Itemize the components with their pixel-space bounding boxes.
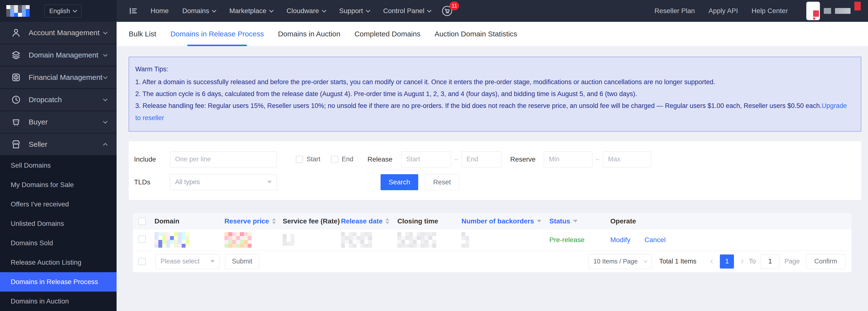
- sidebar-item-domain-management[interactable]: Domain Management: [0, 44, 117, 66]
- tips-line-1: 1. After a domain is successfully releas…: [135, 76, 852, 88]
- goto-label: To: [749, 257, 756, 265]
- goto-page-input[interactable]: [761, 254, 780, 269]
- svg-text:$: $: [15, 75, 17, 79]
- total-items-text: Total 1 Items: [659, 257, 696, 265]
- nav-item-domains[interactable]: Domains: [182, 7, 216, 15]
- top-navigation: Home Domains Marketplace Cloudware Suppo…: [151, 7, 431, 15]
- row-checkbox[interactable]: [138, 236, 146, 243]
- tab-domains-in-release-process[interactable]: Domains in Release Process: [170, 22, 264, 46]
- chevron-down-icon: [73, 8, 77, 12]
- start-checkbox-label: Start: [307, 156, 320, 163]
- sidebar-item-offers-received[interactable]: Offers I've received: [0, 195, 117, 214]
- nav-item-control-panel[interactable]: Control Panel: [383, 7, 431, 15]
- tips-line-2: 2. The auction cycle is 6 days, calculat…: [135, 88, 852, 100]
- reserve-max-input[interactable]: [603, 151, 651, 167]
- sidebar-item-release-auction-listing[interactable]: Release Auction Listing: [0, 253, 117, 272]
- chevron-down-icon: [269, 8, 274, 12]
- reset-button[interactable]: Reset: [425, 174, 459, 190]
- current-page-button[interactable]: 1: [720, 254, 734, 269]
- caret-down-icon: [268, 181, 272, 183]
- tab-bulk-list[interactable]: Bulk List: [129, 22, 156, 46]
- chevron-down-icon: [103, 52, 107, 57]
- tips-line-3: 3. Release handling fee: Regular users 1…: [135, 100, 852, 124]
- user-icon: [11, 27, 21, 38]
- start-checkbox[interactable]: [296, 156, 303, 163]
- tab-auction-domain-statistics[interactable]: Auction Domain Statistics: [434, 22, 517, 46]
- user-account-area: [806, 2, 861, 20]
- bulk-action-select[interactable]: Please select: [155, 254, 220, 269]
- clock-icon: [11, 94, 21, 105]
- shop-icon: [11, 139, 21, 150]
- tab-completed-domains[interactable]: Completed Domains: [354, 22, 421, 46]
- finance-icon: $: [11, 72, 21, 83]
- sidebar-item-sell-domains[interactable]: Sell Domains: [0, 156, 117, 175]
- reserve-min-input[interactable]: [544, 151, 592, 167]
- topbar-logo-area: English: [0, 0, 117, 22]
- next-page-icon[interactable]: [739, 259, 744, 264]
- sidebar-item-buyer[interactable]: Buyer: [0, 111, 117, 133]
- sort-icon: [272, 218, 276, 224]
- modify-link[interactable]: Modify: [610, 236, 630, 244]
- cart-button[interactable]: 11: [441, 5, 453, 16]
- release-end-input[interactable]: [461, 151, 501, 167]
- redacted-reserve-price: [224, 232, 252, 248]
- tlds-select[interactable]: All types: [170, 174, 277, 190]
- tab-domains-in-auction[interactable]: Domains in Auction: [278, 22, 341, 46]
- col-status[interactable]: Status: [549, 217, 610, 225]
- table-footer: Please select Submit 10 Items / Page Tot…: [133, 251, 851, 272]
- search-button[interactable]: Search: [380, 174, 418, 190]
- prev-page-icon[interactable]: [710, 259, 715, 264]
- col-release-date[interactable]: Release date: [341, 217, 397, 225]
- sidebar-item-dropcatch[interactable]: Dropcatch: [0, 89, 117, 111]
- nav-item-cloudware[interactable]: Cloudware: [286, 7, 326, 15]
- nav-item-support[interactable]: Support: [339, 7, 370, 15]
- seller-submenu: Sell Domains My Domains for Sale Offers …: [0, 156, 117, 311]
- apply-api-link[interactable]: Apply API: [708, 7, 738, 15]
- submit-button[interactable]: Submit: [225, 254, 259, 269]
- sidebar-item-financial-management[interactable]: $ Financial Management: [0, 66, 117, 89]
- sidebar-item-unlisted-domains[interactable]: Unlisted Domains: [0, 214, 117, 233]
- col-number-of-backorders[interactable]: Number of backorders: [461, 217, 549, 225]
- language-selector[interactable]: English: [44, 5, 82, 18]
- chevron-down-icon: [103, 119, 107, 124]
- sidebar-collapse-icon[interactable]: [129, 6, 138, 15]
- cancel-link[interactable]: Cancel: [644, 236, 665, 244]
- language-label: English: [49, 7, 70, 15]
- filter-panel: Include Start End Release – Reserve – TL…: [129, 141, 861, 200]
- reseller-plan-link[interactable]: Reseller Plan: [654, 7, 695, 15]
- tabbar: Bulk List Domains in Release Process Dom…: [117, 22, 868, 46]
- domains-table: Domain Reserve price Service fee (Rate) …: [133, 213, 851, 272]
- select-all-checkbox[interactable]: [138, 218, 146, 225]
- confirm-button[interactable]: Confirm: [806, 254, 845, 269]
- col-service-fee: Service fee (Rate): [283, 217, 341, 225]
- include-input[interactable]: [170, 151, 277, 167]
- sidebar-item-domains-in-auction[interactable]: Domains in Auction: [0, 291, 117, 311]
- chevron-down-icon: [366, 8, 370, 12]
- range-dash: –: [596, 156, 599, 163]
- items-per-page-select[interactable]: 10 Items / Page: [588, 254, 652, 269]
- nav-item-home[interactable]: Home: [151, 7, 169, 15]
- end-checkbox[interactable]: [331, 156, 338, 163]
- table-row: Pre-release Modify Cancel: [133, 230, 851, 251]
- release-start-input[interactable]: [401, 151, 451, 167]
- help-center-link[interactable]: Help Center: [752, 7, 788, 15]
- status-badge: Pre-release: [549, 236, 610, 244]
- footer-select-all-checkbox[interactable]: [138, 258, 146, 265]
- col-closing-time: Closing time: [397, 217, 461, 225]
- redacted-closing-time: [397, 232, 436, 248]
- sidebar-item-domains-in-release-process[interactable]: Domains in Release Process: [0, 272, 117, 291]
- include-label: Include: [133, 156, 170, 163]
- nav-item-marketplace[interactable]: Marketplace: [229, 7, 273, 15]
- sidebar-item-my-domains-for-sale[interactable]: My Domains for Sale: [0, 175, 117, 195]
- col-reserve-price[interactable]: Reserve price: [224, 217, 283, 225]
- sidebar-item-domains-sold[interactable]: Domains Sold: [0, 233, 117, 253]
- table-header-row: Domain Reserve price Service fee (Rate) …: [133, 213, 851, 230]
- col-domain: Domain: [154, 217, 224, 225]
- cart-icon: [11, 117, 21, 127]
- sidebar-item-account-management[interactable]: Account Management: [0, 22, 117, 44]
- release-label: Release: [367, 156, 393, 163]
- sidebar-item-seller[interactable]: Seller: [0, 133, 117, 156]
- sidebar: Account Management Domain Management $ F…: [0, 22, 117, 311]
- redacted-release-date: [341, 232, 372, 248]
- avatar[interactable]: [806, 2, 820, 20]
